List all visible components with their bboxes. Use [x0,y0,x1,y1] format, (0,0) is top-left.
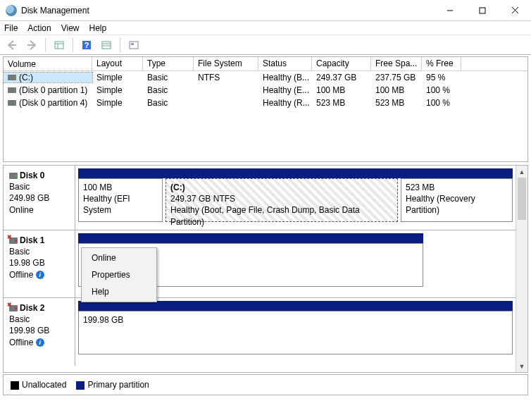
toolbar-separator [45,38,46,52]
info-icon[interactable]: i [36,338,44,347]
volume-layout: Simple [92,73,143,82]
menu-help[interactable]: Help [89,23,107,33]
close-button[interactable] [499,0,531,21]
legend-primary: Primary partition [87,380,149,390]
legend: Unallocated Primary partition [3,374,528,395]
disk-name: Disk 0 [20,170,44,181]
drive-icon [8,100,16,106]
volume-fs: NTFS [194,73,258,82]
col-status[interactable]: Status [258,57,312,70]
partition-strip [78,233,423,243]
disk-header[interactable]: Disk 1 Basic 19.98 GB Offline i [4,230,75,297]
volume-layout: Simple [92,98,143,108]
properties-button[interactable] [126,37,142,53]
drive-icon [8,75,16,80]
menu-view[interactable]: View [61,23,80,33]
back-button[interactable] [4,37,20,53]
app-icon [6,5,17,16]
partition-size: 249.37 GB NTFS [170,193,393,204]
volume-status: Healthy (B... [258,73,312,82]
disk-icon [9,237,18,244]
menu-item-help[interactable]: Help [82,283,156,300]
disk-name: Disk 1 [20,235,44,246]
volume-pct: 100 % [422,98,461,108]
menu-item-online[interactable]: Online [82,249,156,266]
partition-box[interactable]: (C:) 249.37 GB NTFS Healthy (Boot, Page … [165,178,398,222]
disk-state: Offline [9,270,33,280]
info-icon[interactable]: i [36,271,44,279]
volume-name: (Disk 0 partition 4) [19,98,87,108]
volume-type: Basic [143,98,194,108]
toolbar-separator [73,38,73,52]
menu-item-properties[interactable]: Properties [82,266,156,283]
disk-header[interactable]: Disk 0 Basic 249.98 GB Online [4,166,75,230]
disk-size: 249.98 GB [9,192,69,204]
help-button[interactable]: ? [79,37,94,53]
swatch-unallocated [11,381,19,390]
window-title: Disk Management [21,6,434,16]
volume-header-row: Volume Layout Type File System Status Ca… [4,57,527,71]
volume-row[interactable]: (C:) Simple Basic NTFS Healthy (B... 249… [4,71,527,84]
volume-row[interactable]: (Disk 0 partition 1) Simple Basic Health… [4,84,527,97]
partition-name: (C:) [170,182,393,193]
menu-action[interactable]: Action [27,23,51,33]
swatch-primary [76,381,85,390]
disk-graphical-view: Disk 0 Basic 249.98 GB Online 100 MB Hea… [3,165,528,373]
scroll-up-icon[interactable]: ▲ [516,166,527,178]
minimize-button[interactable] [434,0,466,21]
disk-state: Online [9,204,69,216]
col-free-space[interactable]: Free Spa... [371,57,422,70]
partition-size: 199.98 GB [83,314,508,326]
volume-type: Basic [143,85,194,95]
col-capacity[interactable]: Capacity [312,57,371,70]
scroll-down-icon[interactable]: ▼ [516,360,527,372]
volume-cap: 100 MB [312,85,371,95]
partition-box[interactable]: 100 MB Healthy (EFI System [78,178,163,222]
list-view-button[interactable] [99,37,114,53]
forward-button[interactable] [24,37,39,53]
maximize-button[interactable] [466,0,499,21]
settings-button[interactable] [51,37,67,53]
col-layout[interactable]: Layout [92,57,143,70]
partition-desc: Healthy (Recovery Partition) [406,193,508,216]
volume-status: Healthy (R... [258,98,312,108]
volume-pct: 100 % [422,85,461,95]
disk-size: 199.98 GB [9,325,69,336]
svg-rect-11 [102,42,111,49]
volume-row[interactable]: (Disk 0 partition 4) Simple Basic Health… [4,97,527,109]
disk-row: Disk 0 Basic 249.98 GB Online 100 MB Hea… [4,166,516,230]
volume-name: (C:) [19,73,33,82]
col-pct-free[interactable]: % Free [422,57,461,70]
menu-file[interactable]: File [4,23,18,33]
context-menu: Online Properties Help [81,247,157,302]
svg-rect-1 [480,8,485,13]
legend-unallocated: Unallocated [22,380,66,390]
window-controls [434,0,531,21]
svg-rect-6 [55,42,63,49]
svg-rect-15 [131,43,134,45]
disk-icon [9,305,18,311]
partition-strip [78,168,513,178]
disk-body: 100 MB Healthy (EFI System (C:) 249.37 G… [75,166,516,230]
disk-header[interactable]: Disk 2 Basic 199.98 GB Offline i [4,298,75,366]
col-filesystem[interactable]: File System [194,57,258,70]
volume-layout: Simple [92,85,143,95]
disk-type: Basic [9,246,69,257]
partition-desc: Healthy (Boot, Page File, Crash Dump, Ba… [170,204,393,227]
volume-pct: 95 % [422,73,461,82]
menu-bar: File Action View Help [0,21,531,35]
col-volume[interactable]: Volume [4,57,92,70]
partition-box[interactable]: 199.98 GB [78,311,513,354]

vertical-scrollbar[interactable]: ▲ ▼ [516,166,527,372]
title-bar: Disk Management [0,0,531,21]
partition-box[interactable]: 523 MB Healthy (Recovery Partition) [401,178,513,222]
partition-desc: Healthy (EFI System [83,193,158,216]
svg-text:?: ? [85,41,89,49]
partition-strip [78,301,513,311]
volume-cap: 249.37 GB [312,73,371,82]
scroll-thumb[interactable] [518,178,526,220]
disk-body: 199.98 GB [75,298,516,366]
col-type[interactable]: Type [143,57,194,70]
drive-icon [8,87,16,93]
disk-row: Disk 2 Basic 199.98 GB Offline i 199.98 … [4,298,516,366]
